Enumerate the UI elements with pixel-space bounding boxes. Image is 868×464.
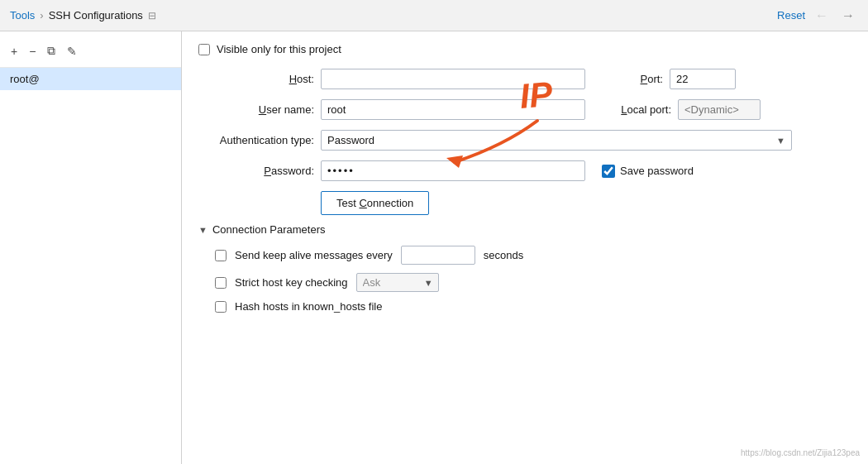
remove-button[interactable]: − — [25, 42, 40, 60]
username-input[interactable] — [321, 99, 585, 120]
username-row: User name: Local port: — [198, 99, 851, 120]
add-button[interactable]: + — [7, 42, 21, 60]
password-input[interactable] — [321, 160, 585, 181]
breadcrumb-separator: › — [40, 9, 43, 22]
forward-button[interactable]: → — [838, 7, 858, 25]
keepalive-checkbox[interactable] — [215, 250, 227, 261]
test-connection-row: Test Connection — [321, 191, 851, 215]
localport-input[interactable] — [678, 99, 761, 120]
host-input[interactable] — [321, 69, 585, 89]
visible-only-row: Visible only for this project — [198, 43, 851, 55]
host-label: Host: — [198, 73, 314, 85]
host-row: Host: Port: — [198, 69, 851, 89]
keepalive-row: Send keep alive messages every seconds — [215, 246, 851, 265]
hashhosts-checkbox[interactable] — [215, 301, 227, 313]
save-password-checkbox[interactable] — [602, 165, 615, 178]
password-row: Password: Save password — [198, 160, 851, 181]
reset-button[interactable]: Reset — [777, 9, 805, 22]
auth-type-select[interactable]: Password Key pair OpenSSH config and aut… — [321, 130, 792, 151]
auth-type-label: Authentication type: — [198, 134, 314, 146]
content-area: Visible only for this project Host: Port… — [182, 31, 868, 464]
sidebar: + − ⧉ ✎ root@ — [0, 31, 182, 464]
hashhosts-row: Hash hosts in known_hosts file — [215, 300, 851, 313]
edit-button[interactable]: ✎ — [63, 42, 81, 60]
top-bar: Tools › SSH Configurations ⊟ Reset ← → — [0, 0, 868, 31]
breadcrumb-current: SSH Configurations — [49, 9, 143, 22]
connection-params-label: Connection Parameters — [212, 223, 326, 236]
copy-button[interactable]: ⧉ — [43, 41, 60, 60]
sidebar-item-label: root@ — [10, 73, 40, 85]
ask-select-wrapper: Ask Yes No ▼ — [356, 273, 439, 292]
save-password-label: Save password — [620, 165, 694, 177]
sidebar-item-root[interactable]: root@ — [0, 68, 181, 90]
seconds-label: seconds — [484, 249, 523, 261]
stricthost-label: Strict host key checking — [235, 276, 348, 289]
tools-link[interactable]: Tools — [10, 9, 35, 22]
collapse-arrow-icon[interactable]: ▼ — [198, 225, 207, 235]
localport-label: Local port: — [605, 103, 671, 116]
watermark: https://blog.csdn.net/Zijia123pea — [741, 448, 860, 457]
main-layout: + − ⧉ ✎ root@ Visible only for this proj… — [0, 31, 868, 464]
sidebar-toolbar: + − ⧉ ✎ — [0, 38, 181, 68]
password-label: Password: — [198, 165, 314, 177]
window-icon: ⊟ — [148, 10, 156, 22]
ask-select[interactable]: Ask Yes No — [356, 273, 439, 292]
stricthost-checkbox[interactable] — [215, 277, 227, 289]
keepalive-label: Send keep alive messages every — [235, 249, 393, 261]
hashhosts-label: Hash hosts in known_hosts file — [235, 300, 382, 313]
visible-only-label: Visible only for this project — [217, 43, 341, 55]
breadcrumb: Tools › SSH Configurations ⊟ — [10, 9, 156, 22]
nav-buttons: Reset ← → — [777, 7, 858, 25]
test-connection-button[interactable]: Test Connection — [321, 191, 429, 215]
auth-type-wrapper: Password Key pair OpenSSH config and aut… — [321, 130, 792, 151]
back-button[interactable]: ← — [812, 7, 832, 25]
port-input[interactable] — [670, 69, 736, 89]
auth-type-row: Authentication type: Password Key pair O… — [198, 130, 851, 151]
connection-params-header: ▼ Connection Parameters — [198, 223, 851, 236]
test-connection-label: Test Connection — [336, 197, 413, 209]
visible-only-checkbox[interactable] — [198, 44, 210, 55]
save-password-group: Save password — [602, 165, 694, 178]
stricthost-row: Strict host key checking Ask Yes No ▼ — [215, 273, 851, 292]
username-label: User name: — [198, 103, 314, 116]
keepalive-input[interactable] — [401, 246, 475, 265]
port-label: Port: — [605, 73, 663, 85]
